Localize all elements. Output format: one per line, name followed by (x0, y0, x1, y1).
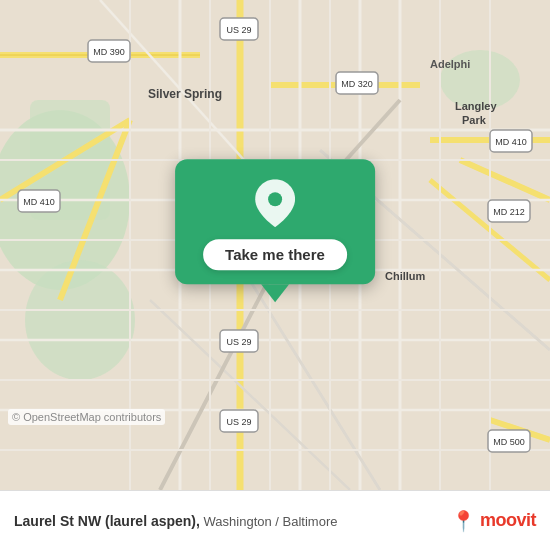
svg-text:US 29: US 29 (226, 337, 251, 347)
svg-text:Park: Park (462, 114, 487, 126)
location-pin-icon (255, 179, 295, 227)
svg-text:US 29: US 29 (226, 417, 251, 427)
map-copyright: © OpenStreetMap contributors (8, 409, 165, 425)
svg-text:MD 390: MD 390 (93, 47, 125, 57)
svg-text:Chillum: Chillum (385, 270, 426, 282)
footer-bar: Laurel St NW (laurel aspen), Washington … (0, 490, 550, 550)
svg-text:US 29: US 29 (226, 25, 251, 35)
svg-text:MD 500: MD 500 (493, 437, 525, 447)
svg-text:Silver Spring: Silver Spring (148, 87, 222, 101)
svg-text:Adelphi: Adelphi (430, 58, 470, 70)
location-name: Laurel St NW (laurel aspen), (14, 513, 200, 529)
popup-tail (261, 284, 289, 302)
footer-location-info: Laurel St NW (laurel aspen), Washington … (14, 513, 441, 529)
moovit-brand-name: moovit (480, 510, 536, 531)
svg-point-2 (25, 260, 135, 380)
location-icon-wrapper (249, 177, 301, 229)
svg-text:Langley: Langley (455, 100, 497, 112)
moovit-logo: 📍 moovit (451, 509, 536, 533)
moovit-pin-icon: 📍 (451, 509, 476, 533)
location-popup: Take me there (175, 159, 375, 302)
svg-text:MD 410: MD 410 (23, 197, 55, 207)
popup-card: Take me there (175, 159, 375, 284)
svg-text:MD 212: MD 212 (493, 207, 525, 217)
location-region: Washington / Baltimore (204, 514, 338, 529)
map-container: MD 390 US 29 US 29 US 29 MD 320 MD 410 M… (0, 0, 550, 490)
take-me-there-button[interactable]: Take me there (203, 239, 347, 270)
svg-point-64 (268, 192, 282, 206)
svg-text:MD 410: MD 410 (495, 137, 527, 147)
svg-text:MD 320: MD 320 (341, 79, 373, 89)
